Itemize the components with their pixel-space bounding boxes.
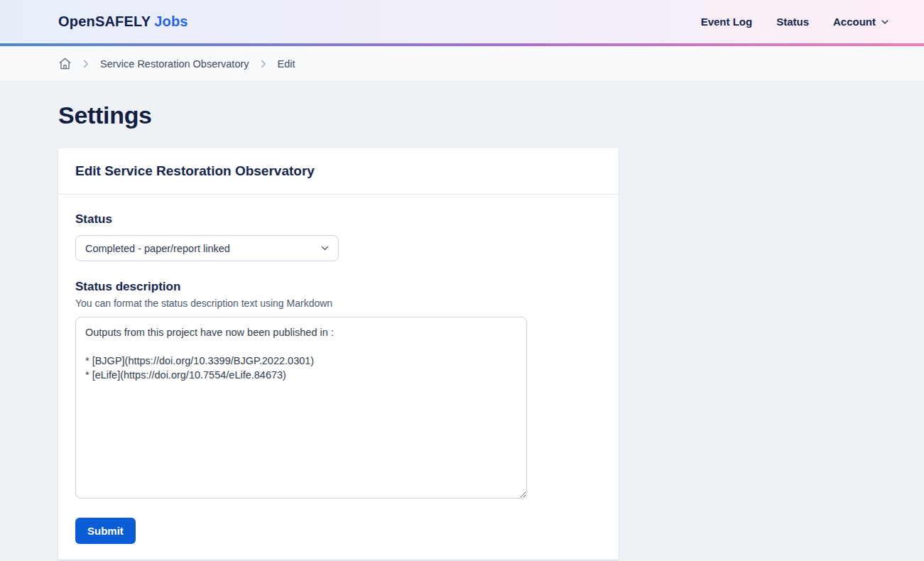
breadcrumb: Service Restoration Observatory Edit — [0, 46, 924, 82]
home-icon[interactable] — [58, 57, 72, 70]
chevron-down-icon — [881, 18, 889, 26]
nav-link-status[interactable]: Status — [776, 16, 809, 28]
breadcrumb-item-edit: Edit — [278, 58, 295, 70]
breadcrumb-item-project[interactable]: Service Restoration Observatory — [100, 58, 249, 70]
card-body: Status Completed - paper/report linked S… — [58, 195, 619, 560]
nav-link-account[interactable]: Account — [833, 16, 889, 28]
nav-link-event-log[interactable]: Event Log — [701, 16, 753, 28]
brand-name: OpenSAFELY — [58, 13, 151, 29]
edit-card: Edit Service Restoration Observatory Sta… — [58, 148, 619, 560]
card-header: Edit Service Restoration Observatory — [58, 148, 619, 195]
status-select[interactable]: Completed - paper/report linked — [75, 235, 339, 261]
chevron-right-icon — [81, 59, 91, 69]
status-label: Status — [75, 212, 602, 227]
nav-link-label: Account — [833, 16, 876, 28]
brand-logo[interactable]: OpenSAFELYJobs — [58, 13, 188, 30]
submit-button[interactable]: Submit — [75, 518, 136, 544]
nav-link-label: Status — [776, 16, 809, 28]
card-title: Edit Service Restoration Observatory — [75, 163, 602, 179]
page-title: Settings — [58, 102, 924, 129]
brand-suffix: Jobs — [154, 13, 187, 29]
main-content: Settings Edit Service Restoration Observ… — [0, 82, 924, 560]
chevron-right-icon — [259, 59, 268, 69]
status-description-help: You can format the status description te… — [75, 298, 602, 309]
status-select-wrap: Completed - paper/report linked — [75, 235, 339, 261]
status-description-textarea[interactable]: Outputs from this project have now been … — [75, 317, 527, 499]
app-header: OpenSAFELYJobs Event Log Status Account — [0, 0, 924, 43]
nav-link-label: Event Log — [701, 16, 753, 28]
status-description-label: Status description — [75, 280, 602, 294]
header-nav: Event Log Status Account — [701, 16, 889, 28]
